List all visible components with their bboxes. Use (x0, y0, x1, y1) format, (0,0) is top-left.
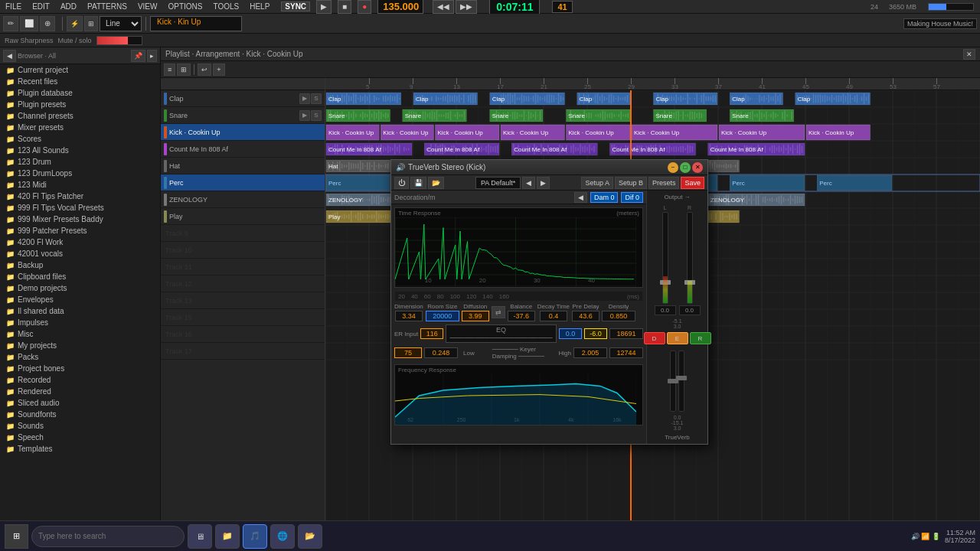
track-item-play[interactable]: Play (161, 208, 325, 225)
plugin-close-button[interactable]: ✕ (692, 162, 703, 173)
plugin-setup-b[interactable]: Setup B (615, 177, 647, 189)
track-item-perc[interactable]: Perc (161, 174, 325, 191)
sidebar-item-123-drum[interactable]: 📁 123 Drum (0, 156, 160, 168)
pre-delay-value[interactable]: 43.6 (572, 311, 599, 321)
sidebar-item-42001-vocals[interactable]: 📁 42001 vocals (0, 248, 160, 259)
taskbar-search[interactable] (31, 526, 185, 547)
sidebar-item-sliced-audio[interactable]: 📁 Sliced audio (0, 397, 160, 409)
sidebar-item-sounds[interactable]: 📁 Sounds (0, 420, 160, 432)
menu-file[interactable]: FILE (3, 2, 24, 11)
fader-l[interactable] (662, 212, 668, 304)
sidebar-item-backup[interactable]: 📁 Backup (0, 259, 160, 271)
sidebar-item-123-midi[interactable]: 📁 123 Midi (0, 179, 160, 191)
track-mute-snare[interactable]: ▶ (299, 110, 310, 121)
diffusion-value[interactable]: 3.99 (462, 311, 489, 321)
dimension-value[interactable]: 3.34 (395, 311, 423, 321)
taskbar-app-4[interactable]: 📂 (298, 524, 322, 549)
taskbar-app-2[interactable]: 📁 (215, 524, 240, 549)
plugin-load-button[interactable]: 📂 (428, 177, 444, 189)
er-input-value[interactable]: 116 (420, 328, 443, 339)
sidebar-back-button[interactable]: ◀ (3, 50, 16, 62)
tool-zoom[interactable]: ⊕ (40, 16, 55, 31)
play-button[interactable]: ▶ (316, 0, 332, 14)
early-ref-button[interactable]: E (667, 332, 688, 344)
fur-shelf-value[interactable]: 0.0 (559, 328, 582, 339)
plugin-save-preset[interactable]: Save (681, 177, 704, 189)
tool-select[interactable]: ⬜ (20, 16, 38, 31)
menu-help[interactable]: HELP (247, 2, 272, 11)
taskbar-app-1[interactable]: 🖥 (188, 524, 212, 549)
playlist-close[interactable]: ✕ (963, 49, 975, 60)
sidebar-item-123-all-sounds[interactable]: 📁 123 All Sounds (0, 145, 160, 156)
low-value[interactable]: 2.005 (573, 347, 607, 358)
high-value[interactable]: 12744 (609, 347, 643, 358)
tool-draw[interactable]: ✏ (3, 16, 18, 31)
plugin-titlebar[interactable]: 🔊 TrueVerb Stereo (Kick) − □ ✕ (391, 160, 707, 175)
hf-freq-value[interactable]: 18691 (609, 328, 643, 339)
decoration-down-button[interactable]: ◀ (574, 192, 587, 203)
decay-time-value[interactable]: 0.4 (540, 311, 567, 321)
sidebar-item-999-mixer[interactable]: 📁 999 Mixer Presets Baddy (0, 214, 160, 225)
track-item-kick[interactable]: Kick · Cookin Up (161, 124, 325, 141)
line-mode-select[interactable]: Line Curve (100, 16, 142, 31)
next-button[interactable]: ▶▶ (456, 0, 477, 14)
track-item-zenology[interactable]: ZENOLOGY (161, 191, 325, 208)
swap-button[interactable]: ⇄ (492, 306, 505, 318)
sidebar-item-recorded[interactable]: 📁 Recorded (0, 374, 160, 386)
sidebar-item-rendered[interactable]: 📁 Rendered (0, 386, 160, 397)
sidebar-item-soundfonts[interactable]: 📁 Soundfonts (0, 409, 160, 420)
sidebar-item-420-fl-tips[interactable]: 📁 420 Fl Tips Patcher (0, 191, 160, 202)
track-item-clap[interactable]: Clap ▶ S (161, 90, 325, 107)
er-input3-value[interactable]: 0.248 (424, 347, 458, 358)
sidebar-item-mixer-presets[interactable]: 📁 Mixer presets (0, 122, 160, 133)
menu-add[interactable]: ADD (58, 2, 79, 11)
er-input2-value[interactable]: 75 (394, 347, 422, 358)
track-item-count[interactable]: Count Me In 808 Af (161, 141, 325, 158)
track-mute-clap[interactable]: ▶ (299, 93, 310, 104)
taskbar-fl-studio[interactable]: 🎵 (243, 524, 267, 549)
sidebar-pin-button[interactable]: 📌 (131, 50, 145, 62)
plugin-setup-a[interactable]: Setup A (581, 177, 613, 189)
density-value[interactable]: 0.850 (602, 311, 635, 321)
sidebar-item-4200-fl[interactable]: 📁 4200 Fl Work (0, 236, 160, 248)
snap-button[interactable]: ⚡ (67, 16, 83, 31)
menu-options[interactable]: OPTIONS (165, 2, 204, 11)
out-fader-thumb-r[interactable] (676, 376, 687, 380)
track-item-snare[interactable]: Snare ▶ S (161, 107, 325, 124)
sidebar-item-project-bones[interactable]: 📁 Project bones (0, 363, 160, 374)
menu-edit[interactable]: EDIT (30, 2, 52, 11)
track-solo-clap[interactable]: S (311, 93, 322, 104)
balance-value[interactable]: -37.6 (508, 311, 535, 321)
sidebar-arrow-button[interactable]: ▸ (147, 50, 157, 62)
sidebar-item-templates[interactable]: 📁 Templates (0, 443, 160, 455)
plugin-presets-label[interactable]: Presets (648, 177, 680, 189)
record-button[interactable]: ● (358, 0, 371, 14)
sidebar-item-envelopes[interactable]: 📁 Envelopes (0, 294, 160, 305)
sidebar-item-demo[interactable]: 📁 Demo projects (0, 282, 160, 294)
pl-list-view[interactable]: ≡ (164, 64, 175, 76)
sidebar-item-plugin-database[interactable]: 📁 Plugin database (0, 87, 160, 99)
plugin-next-preset[interactable]: ▶ (537, 177, 550, 189)
plugin-power-button[interactable]: ⏻ (394, 177, 409, 189)
sidebar-item-impulses[interactable]: 📁 Impulses (0, 317, 160, 328)
sidebar-item-999-patcher[interactable]: 📁 999 Patcher Presets (0, 225, 160, 236)
direct-button[interactable]: D (644, 332, 665, 344)
plugin-maximize-button[interactable]: □ (680, 162, 691, 173)
track-solo-snare[interactable]: S (311, 110, 322, 121)
prev-button[interactable]: ◀◀ (433, 0, 454, 14)
plugin-prev-preset[interactable]: ◀ (522, 177, 535, 189)
taskbar-app-3[interactable]: 🌐 (270, 524, 295, 549)
sidebar-item-channel-presets[interactable]: 📁 Channel presets (0, 110, 160, 122)
sidebar-item-misc[interactable]: 📁 Misc (0, 328, 160, 340)
plugin-minimize-button[interactable]: − (668, 162, 678, 173)
magnet-button[interactable]: ⊞ (84, 16, 98, 31)
stop-button[interactable]: ■ (338, 0, 351, 14)
sidebar-item-my-projects[interactable]: 📁 My projects (0, 340, 160, 351)
menu-tools[interactable]: TOOLS (211, 2, 241, 11)
out-fader-r[interactable] (678, 350, 684, 412)
ef-absorb-value[interactable]: -6.0 (584, 328, 607, 339)
pl-add-track[interactable]: + (213, 64, 224, 76)
pl-undo[interactable]: ↩ (198, 64, 211, 76)
sidebar-item-current-project[interactable]: 📁 Current project (0, 64, 160, 76)
reverb-button[interactable]: R (690, 332, 711, 344)
